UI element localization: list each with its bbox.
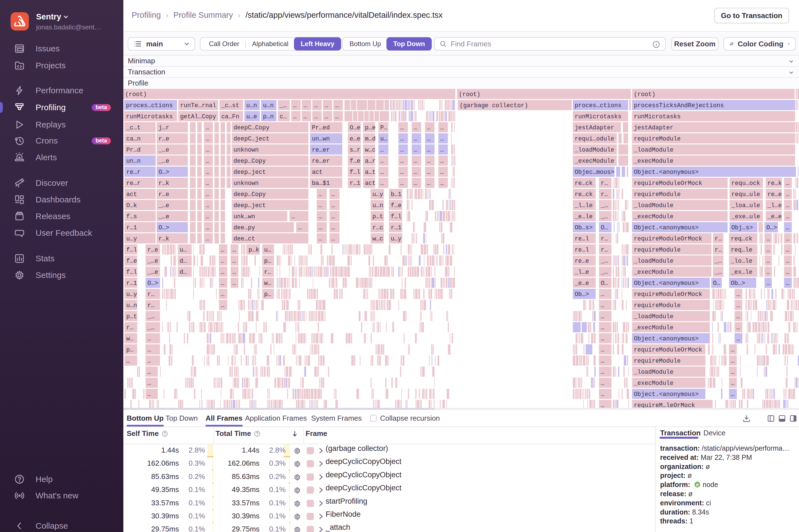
svg-text:…: … [206, 180, 209, 187]
svg-text:Pr…ed: Pr…ed [312, 125, 330, 131]
svg-text:re…er: re…er [312, 158, 330, 164]
svg-text:runMicrotasks: runMicrotasks [126, 113, 172, 120]
svg-text:_…: _… [600, 213, 608, 220]
svg-text:deep…Copy: deep…Copy [234, 158, 266, 164]
svg-text:(root): (root) [634, 91, 655, 98]
svg-text:u…: u… [264, 247, 271, 253]
svg-text:p…e: p…e [365, 125, 376, 131]
svg-text:r…1: r…1 [350, 180, 360, 187]
svg-text:…: … [318, 224, 322, 231]
svg-text:u…n: u…n [263, 102, 274, 109]
svg-text:…: … [331, 213, 335, 220]
svg-text:…: … [324, 102, 328, 109]
svg-text:requ…ule: requ…ule [731, 191, 760, 198]
svg-text:requ…ock: requ…ock [731, 180, 760, 187]
svg-text:…: … [413, 158, 417, 164]
svg-text:…: … [400, 169, 404, 175]
svg-text:f…e: f…e [350, 158, 360, 164]
svg-text:re…r: re…r [126, 180, 141, 187]
svg-text:O…>: O…> [147, 280, 158, 287]
svg-text:…: … [736, 313, 740, 320]
svg-text:re…e: re…e [575, 258, 589, 264]
svg-text:act: act [126, 191, 137, 198]
svg-text:…: … [400, 147, 404, 153]
svg-text:…: … [427, 147, 430, 153]
svg-text:p…t: p…t [372, 213, 383, 220]
svg-text:Pr…d: Pr…d [126, 147, 141, 153]
svg-text:…: … [206, 135, 209, 142]
svg-text:requireM…leOrMock: requireM…leOrMock [634, 402, 695, 409]
svg-text:_loa…ule: _loa…ule [731, 202, 760, 209]
svg-text:u…n: u…n [126, 302, 137, 309]
svg-text:(root): (root) [125, 91, 147, 98]
svg-text:…: … [318, 191, 322, 198]
svg-text:_…: _… [279, 102, 287, 109]
svg-text:…: … [766, 235, 770, 242]
svg-text:Ob…>: Ob…> [731, 280, 745, 287]
svg-text:e…e: e…e [350, 135, 360, 142]
svg-text:…: … [427, 169, 430, 175]
svg-text:…: … [221, 280, 224, 287]
svg-text:…: … [601, 346, 604, 353]
svg-text:…: … [232, 269, 236, 276]
svg-text:r…: r… [601, 247, 608, 253]
svg-text:b…1: b…1 [391, 191, 402, 198]
svg-text:dee…py: dee…py [234, 224, 255, 231]
svg-text:u…n: u…n [372, 202, 383, 209]
svg-text:j…r: j…r [159, 125, 169, 131]
svg-text:…: … [601, 313, 604, 320]
svg-text:Object.<anonymous>: Object.<anonymous> [634, 336, 699, 342]
svg-text:(root): (root) [459, 91, 480, 98]
svg-text:…: … [331, 235, 335, 242]
svg-text:…: … [731, 369, 734, 375]
svg-text:…: … [786, 213, 789, 220]
svg-text:…: … [221, 269, 224, 276]
svg-text:r…: r… [601, 180, 608, 187]
svg-text:w…: w… [264, 280, 271, 287]
svg-text:…: … [440, 135, 444, 142]
svg-text:…: … [206, 158, 209, 164]
svg-text:…: … [331, 202, 335, 209]
svg-text:…: … [147, 336, 151, 342]
svg-text:…: … [731, 346, 734, 353]
svg-text:_execModule: _execModule [633, 324, 673, 331]
svg-text:…: … [413, 180, 417, 187]
svg-text:req…le: req…le [731, 247, 752, 253]
svg-text:r…k: r…k [159, 180, 169, 187]
svg-text:O…: O… [601, 224, 608, 231]
svg-text:…: … [736, 291, 740, 298]
svg-text:O…: O… [713, 280, 720, 287]
svg-text:p…: p… [126, 346, 133, 353]
svg-text:re…l: re…l [575, 247, 589, 253]
svg-text:_…e: _…e [147, 258, 158, 264]
svg-text:…: … [601, 369, 604, 375]
svg-text:unknown: unknown [234, 147, 259, 153]
svg-text:_execModule: _execModule [633, 213, 673, 220]
svg-text:r…1: r…1 [126, 224, 137, 231]
svg-text:proces…ctions: proces…ctions [126, 102, 172, 109]
svg-text:_loadModule: _loadModule [633, 313, 673, 320]
svg-text:c…: c… [279, 113, 287, 120]
svg-text:requireModuleOrMock: requireModuleOrMock [634, 235, 702, 242]
svg-text:_execModule: _execModule [633, 380, 673, 386]
svg-text:act: act [312, 169, 322, 175]
svg-text:…: … [440, 158, 444, 164]
svg-text:…: … [232, 258, 236, 264]
svg-text:_c…t: _c…t [126, 125, 141, 131]
svg-text:…: … [221, 302, 224, 309]
svg-text:…: … [221, 247, 224, 253]
svg-text:jestAdapter: jestAdapter [634, 125, 673, 131]
svg-text:deepC…Copy: deepC…Copy [234, 125, 270, 131]
svg-text:…: … [601, 358, 604, 364]
svg-text:…: … [786, 247, 789, 253]
svg-text:ca…n: ca…n [126, 135, 141, 142]
svg-text:f…l: f…l [126, 247, 137, 253]
svg-text:Object.<anonymous>: Object.<anonymous> [634, 280, 699, 287]
svg-text:r…: r… [147, 291, 154, 298]
svg-text:…: … [601, 291, 604, 298]
svg-text:…: … [335, 102, 339, 109]
svg-text:…: … [232, 247, 236, 253]
svg-text:runMicrotasks: runMicrotasks [575, 113, 621, 120]
svg-text:_…e: _…e [158, 158, 169, 164]
svg-text:_…: _… [714, 269, 722, 276]
